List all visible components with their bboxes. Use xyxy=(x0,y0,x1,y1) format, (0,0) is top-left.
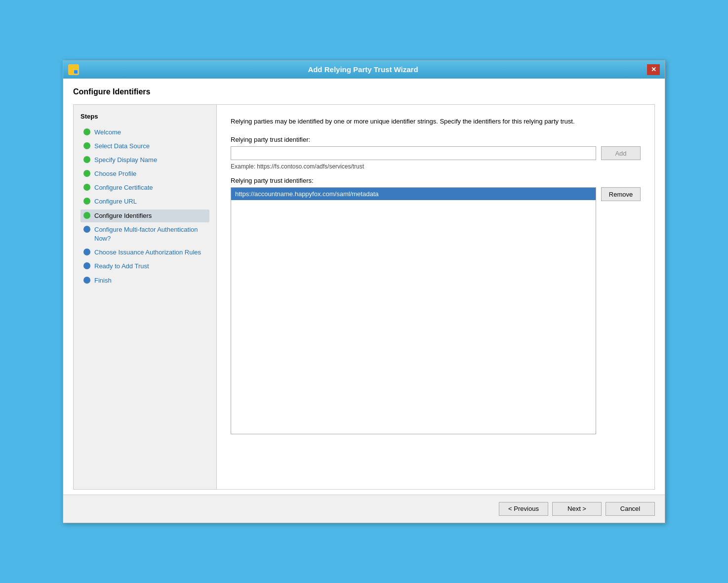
sidebar-item-specify-display-name[interactable]: Specify Display Name xyxy=(81,154,209,167)
step-dot-configure-certificate xyxy=(83,184,90,191)
sidebar-item-label-choose-issuance: Choose Issuance Authorization Rules xyxy=(94,248,201,257)
step-dot-ready-to-add-trust xyxy=(83,262,90,269)
list-item[interactable]: https://accountname.happyfox.com/saml/me… xyxy=(231,188,596,200)
sidebar-item-label-choose-profile: Choose Profile xyxy=(94,169,136,178)
sidebar-item-ready-to-add-trust[interactable]: Ready to Add Trust xyxy=(81,260,209,273)
main-body: Steps Welcome Select Data Source Specify… xyxy=(73,104,655,490)
identifier-field-label: Relying party trust identifier: xyxy=(231,136,641,143)
sidebar-item-label-configure-multifactor: Configure Multi-factor Authentication No… xyxy=(94,225,206,243)
step-dot-welcome xyxy=(83,128,90,135)
sidebar-item-label-specify-display-name: Specify Display Name xyxy=(94,156,157,165)
sidebar-item-configure-multifactor[interactable]: Configure Multi-factor Authentication No… xyxy=(81,223,209,245)
content-area: Configure Identifiers Steps Welcome Sele… xyxy=(63,79,665,495)
step-dot-select-data-source xyxy=(83,142,90,149)
close-button[interactable]: ✕ xyxy=(647,64,660,75)
sidebar-item-label-configure-identifiers: Configure Identifiers xyxy=(94,211,152,220)
add-button[interactable]: Add xyxy=(601,146,641,160)
step-dot-configure-url xyxy=(83,198,90,205)
step-dot-finish xyxy=(83,277,90,284)
sidebar-item-label-ready-to-add-trust: Ready to Add Trust xyxy=(94,262,149,271)
next-button[interactable]: Next > xyxy=(552,502,602,516)
svg-rect-3 xyxy=(74,70,78,74)
step-dot-configure-identifiers xyxy=(83,212,90,219)
identifiers-list-label: Relying party trust identifiers: xyxy=(231,177,641,184)
sidebar-item-choose-profile[interactable]: Choose Profile xyxy=(81,167,209,180)
step-dot-choose-issuance xyxy=(83,249,90,255)
identifier-input-row: Add xyxy=(231,146,641,160)
svg-rect-0 xyxy=(70,66,73,69)
steps-heading: Steps xyxy=(81,113,209,120)
step-dot-choose-profile xyxy=(83,170,90,177)
sidebar-item-select-data-source[interactable]: Select Data Source xyxy=(81,140,209,153)
sidebar-item-finish[interactable]: Finish xyxy=(81,274,209,287)
sidebar-item-configure-identifiers[interactable]: Configure Identifiers xyxy=(81,209,209,222)
identifiers-list[interactable]: https://accountname.happyfox.com/saml/me… xyxy=(231,187,596,434)
cancel-button[interactable]: Cancel xyxy=(606,502,655,516)
svg-rect-2 xyxy=(70,70,73,74)
title-bar: Add Relying Party Trust Wizard ✕ xyxy=(63,61,665,79)
sidebar-item-label-welcome: Welcome xyxy=(94,128,121,137)
sidebar-item-label-configure-certificate: Configure Certificate xyxy=(94,183,153,192)
sidebar-item-label-select-data-source: Select Data Source xyxy=(94,142,150,151)
right-panel: Relying parties may be identified by one… xyxy=(217,105,654,489)
page-title: Configure Identifiers xyxy=(73,87,655,96)
app-icon xyxy=(68,64,79,75)
svg-rect-1 xyxy=(74,66,78,69)
sidebar-item-configure-certificate[interactable]: Configure Certificate xyxy=(81,181,209,194)
identifier-input[interactable] xyxy=(231,146,596,160)
wizard-window: Add Relying Party Trust Wizard ✕ Configu… xyxy=(63,60,665,523)
footer: < Previous Next > Cancel xyxy=(63,495,665,523)
sidebar-item-welcome[interactable]: Welcome xyxy=(81,126,209,139)
step-dot-specify-display-name xyxy=(83,156,90,163)
sidebar-item-configure-url[interactable]: Configure URL xyxy=(81,195,209,208)
description-text: Relying parties may be identified by one… xyxy=(231,117,641,126)
previous-button[interactable]: < Previous xyxy=(499,502,548,516)
sidebar-item-label-configure-url: Configure URL xyxy=(94,197,137,206)
sidebar-item-choose-issuance[interactable]: Choose Issuance Authorization Rules xyxy=(81,246,209,259)
sidebar: Steps Welcome Select Data Source Specify… xyxy=(74,105,217,489)
window-title: Add Relying Party Trust Wizard xyxy=(79,65,647,74)
example-text: Example: https://fs.contoso.com/adfs/ser… xyxy=(231,163,641,170)
identifiers-list-row: https://accountname.happyfox.com/saml/me… xyxy=(231,187,641,477)
sidebar-item-label-finish: Finish xyxy=(94,276,112,285)
remove-button[interactable]: Remove xyxy=(601,187,641,201)
step-dot-configure-multifactor xyxy=(83,226,90,233)
